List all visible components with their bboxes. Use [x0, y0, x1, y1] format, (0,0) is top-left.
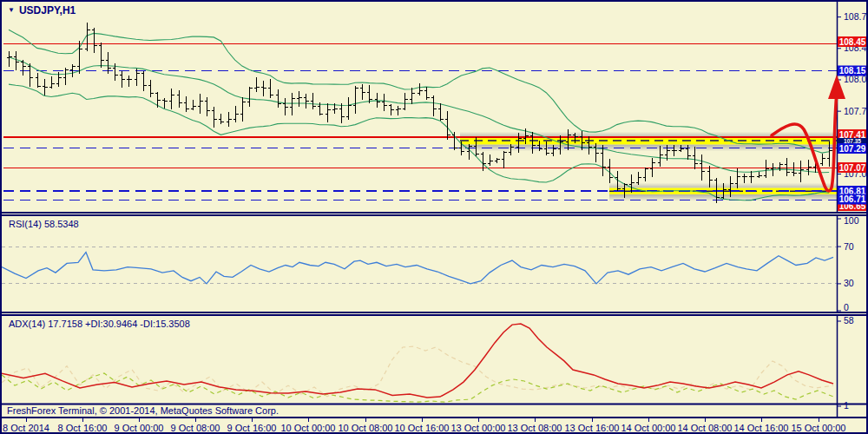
time-axis-label: 13 Oct 08:00	[508, 423, 562, 433]
time-axis-label: 8 Oct 2014	[3, 423, 49, 433]
price-badge-label: 107.29	[839, 144, 866, 154]
time-tick	[705, 418, 706, 422]
time-axis-label: 9 Oct 16:00	[227, 423, 277, 433]
copyright-text: FreshForex Terminal, © 2001-2014, MetaQu…	[7, 405, 279, 416]
price-tick-label: 108.75	[844, 11, 868, 22]
time-tick	[195, 418, 196, 422]
time-tick	[365, 418, 366, 422]
chart-window: 108.75108.40108.05107.70107.00108.45108.…	[0, 0, 868, 434]
dropdown-triangle-icon[interactable]: ▼	[8, 7, 15, 14]
price-badge-label: 108.15	[839, 66, 866, 76]
adx-indicator-pane[interactable]: 581	[2, 316, 868, 417]
price-tick-label: 107.70	[844, 106, 868, 116]
bollinger-middle	[9, 57, 829, 173]
rsi-line	[2, 253, 833, 284]
time-axis-label: 15 Oct 00:00	[792, 423, 846, 433]
time-axis-label: 9 Oct 00:00	[115, 423, 164, 433]
time-tick	[761, 418, 762, 422]
time-tick	[478, 418, 479, 422]
price-badge-label: 106.71	[839, 194, 866, 204]
rsi-tick-label: 100	[844, 216, 859, 226]
time-tick	[422, 418, 423, 422]
time-axis-label: 13 Oct 00:00	[451, 423, 506, 433]
time-axis-label: 9 Oct 08:00	[171, 423, 220, 433]
price-badge-label: 108.45	[839, 37, 866, 47]
rsi-tick-label: 70	[844, 241, 854, 252]
rsi-indicator-pane[interactable]: 10070300	[2, 216, 868, 312]
price-badge-label: 107.07	[839, 163, 866, 173]
time-tick	[648, 418, 649, 422]
ohlc-bars[interactable]	[7, 23, 832, 202]
time-tick	[26, 418, 27, 422]
time-axis-label: 14 Oct 08:00	[678, 423, 733, 433]
rsi-tick-label: 30	[844, 278, 854, 288]
symbol-title: USDJPY,H1	[19, 4, 76, 16]
time-tick	[139, 418, 140, 422]
symbol-selector[interactable]: ▼ USDJPY,H1	[8, 4, 76, 16]
time-axis-label: 10 Oct 16:00	[395, 423, 450, 433]
arrow-head-icon	[828, 75, 845, 99]
adx-tick-label: 58	[844, 316, 854, 326]
time-tick	[308, 418, 309, 422]
rsi-tick-label: 0	[844, 302, 849, 312]
adx-tick-label: 1	[844, 400, 849, 411]
time-axis-label: 13 Oct 16:00	[565, 423, 620, 433]
minus-di-line	[2, 346, 833, 397]
time-tick	[82, 418, 83, 422]
bollinger-bands	[9, 30, 829, 200]
time-tick	[592, 418, 593, 422]
time-axis[interactable]: 8 Oct 20148 Oct 16:009 Oct 00:009 Oct 08…	[2, 417, 866, 434]
time-tick	[819, 418, 819, 422]
time-axis-label: 10 Oct 08:00	[339, 423, 393, 433]
price-axis: 108.75108.40108.05107.70107.00108.45108.…	[837, 2, 868, 214]
main-chart-pane[interactable]: 108.75108.40108.05107.70107.00108.45108.…	[2, 2, 868, 214]
zone-shadow	[460, 132, 837, 137]
time-tick	[535, 418, 536, 422]
time-tick	[252, 418, 253, 422]
time-axis-label: 8 Oct 16:00	[58, 423, 108, 433]
adx-line	[2, 324, 833, 398]
time-axis-label: 14 Oct 00:00	[621, 423, 676, 433]
time-axis-label: 10 Oct 00:00	[281, 423, 336, 433]
time-axis-label: 14 Oct 16:00	[734, 423, 789, 433]
